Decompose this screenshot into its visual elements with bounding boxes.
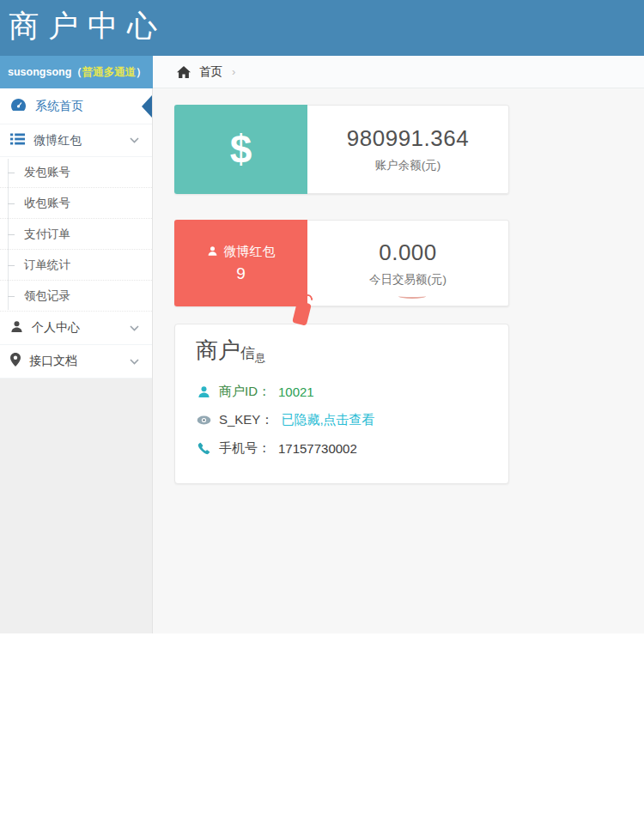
sidebar-item-label: 系统首页 (35, 99, 83, 114)
home-icon (176, 66, 191, 78)
sidebar-subitem-claim-records[interactable]: 领包记录 (0, 281, 152, 312)
eye-icon (196, 415, 211, 425)
username-suffix: ） (136, 65, 147, 80)
sidebar-item-label: 接口文档 (29, 354, 77, 369)
merchant-id-row: 商户ID： 10021 (196, 378, 508, 406)
today-value: 0.000 (379, 239, 437, 266)
sidebar-subitem-send-account[interactable]: 发包账号 (0, 157, 152, 188)
skey-label: S_KEY： (219, 412, 273, 428)
breadcrumb-separator: › (232, 65, 235, 78)
skey-row: S_KEY： 已隐藏,点击查看 (196, 406, 508, 434)
redpacket-count: 9 (236, 264, 246, 283)
sidebar-item-weibo-redpacket[interactable]: 微博红包 (0, 124, 152, 157)
phone-label: 手机号： (219, 440, 270, 457)
weibo-redpacket-submenu: 发包账号 收包账号 支付订单 订单统计 领包记录 (0, 157, 152, 312)
balance-card-accent: $ (174, 105, 307, 194)
merchant-info-rows: 商户ID： 10021 S_KEY： 已隐藏,点击查看 (196, 378, 508, 463)
balance-card-body: 980991.364 账户余额(元) (307, 105, 509, 194)
phone-icon (196, 442, 211, 455)
sidebar-menu: 系统首页 微博红包 发包账号 收包账号 支付订单 订单统计 (0, 88, 152, 379)
dashboard-icon (10, 98, 27, 115)
sidebar-item-label: 个人中心 (32, 320, 80, 336)
merchant-id-label: 商户ID： (219, 384, 270, 400)
subitem-label: 发包账号 (24, 165, 70, 180)
sidebar-subitem-receive-account[interactable]: 收包账号 (0, 188, 152, 219)
subitem-label: 收包账号 (24, 196, 70, 211)
app-header: 商户中心 (0, 0, 644, 56)
user-icon (196, 385, 211, 398)
subitem-label: 领包记录 (24, 288, 70, 304)
content-area: $ 980991.364 账户余额(元) 微博红包 9 (153, 88, 644, 633)
channel-type-text: 普通多通道 (82, 65, 137, 80)
sidebar-item-personal-center[interactable]: 个人中心 (0, 312, 152, 345)
redpacket-badge-label: 微博红包 (224, 244, 276, 260)
phone-value: 17157730002 (278, 441, 357, 456)
sidebar-item-label: 微博红包 (33, 133, 82, 148)
username-text: susongsong（ (8, 65, 82, 80)
subitem-label: 支付订单 (24, 227, 70, 242)
title-main: 商户 (196, 337, 240, 363)
merchant-info-card: 商户信息 商户ID： 10021 S_KEY： 已隐 (174, 324, 509, 484)
subitem-label: 订单统计 (24, 258, 70, 273)
active-item-arrow-icon (142, 95, 152, 118)
title-small: 息 (255, 352, 265, 364)
sidebar-subitem-payment-orders[interactable]: 支付订单 (0, 219, 152, 250)
balance-card: $ 980991.364 账户余额(元) (174, 105, 509, 194)
balance-value: 980991.364 (347, 125, 469, 152)
user-icon (10, 320, 23, 336)
merchant-center-app: 商户中心 susongsong（普通多通道） 首页 › 系统首页 (0, 0, 644, 633)
page-title: 商户中心 (0, 0, 644, 44)
chevron-down-icon (130, 325, 139, 331)
list-icon (10, 133, 25, 148)
chevron-down-icon (130, 137, 139, 143)
today-caption: 今日交易额(元) (369, 272, 447, 288)
dollar-icon: $ (230, 130, 252, 169)
breadcrumb-home-link[interactable]: 首页 (199, 64, 222, 80)
sidebar-item-system-home[interactable]: 系统首页 (0, 88, 152, 124)
sidebar: 系统首页 微博红包 发包账号 收包账号 支付订单 订单统计 (0, 88, 153, 633)
breadcrumb: 首页 › (153, 56, 644, 88)
merchant-info-title: 商户信息 (196, 338, 508, 364)
main-layout: 系统首页 微博红包 发包账号 收包账号 支付订单 订单统计 (0, 88, 644, 633)
today-transaction-card: 微博红包 9 0.000 今日交易额(元) (174, 220, 509, 306)
user-badge: susongsong（普通多通道） (0, 56, 153, 88)
sidebar-subitem-order-statistics[interactable]: 订单统计 (0, 250, 152, 281)
merchant-id-value: 10021 (278, 385, 314, 399)
today-card-body: 0.000 今日交易额(元) (307, 220, 509, 306)
title-mid: 信 (240, 345, 255, 361)
balance-caption: 账户余额(元) (375, 158, 441, 173)
redpacket-badge-line: 微博红包 (207, 244, 276, 260)
chevron-down-icon (130, 359, 139, 365)
skey-reveal-link[interactable]: 已隐藏,点击查看 (281, 412, 374, 428)
person-icon (207, 245, 218, 259)
red-underline-artifact (398, 294, 426, 299)
sidebar-item-api-docs[interactable]: 接口文档 (0, 345, 152, 379)
map-marker-icon (10, 353, 21, 370)
sub-bar: susongsong（普通多通道） 首页 › (0, 56, 644, 88)
today-card-accent: 微博红包 9 (174, 220, 307, 306)
phone-row: 手机号： 17157730002 (196, 434, 508, 463)
